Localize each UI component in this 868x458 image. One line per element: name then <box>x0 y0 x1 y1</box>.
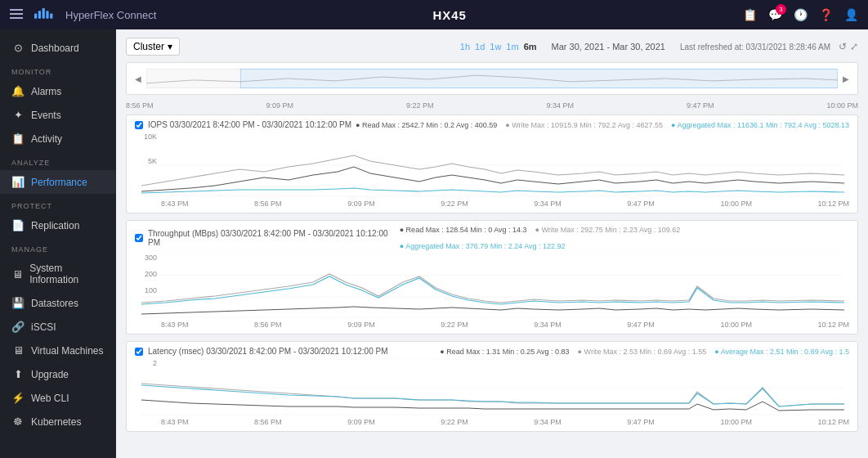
iops-chart-header: IOPS 03/30/2021 8:42:00 PM - 03/30/2021 … <box>135 120 849 129</box>
sidebar-section-manage: MANAGE <box>0 237 116 257</box>
sidebar-section-monitor: MONITOR <box>0 60 116 79</box>
refresh-icons: ↺ ⤢ <box>839 41 858 52</box>
header-actions: 📋 💬 3 🕐 ❓ 👤 <box>743 8 858 21</box>
chevron-down-icon: ▾ <box>168 41 172 52</box>
latency-legend-write: ● Write Max : 2.53 Min : 0.69 Avg : 1.55 <box>578 348 707 356</box>
webcli-icon: ⚡ <box>11 392 25 404</box>
activity-icon: 📋 <box>11 132 25 145</box>
iops-chart-body: 10K 5K <box>135 132 849 198</box>
overview-x-4: 9:34 PM <box>546 101 574 110</box>
upgrade-icon: ⬆ <box>11 368 25 380</box>
expand-icon[interactable]: ⤢ <box>850 41 858 52</box>
sidebar-item-alarms[interactable]: 🔔 Alarms <box>0 79 116 103</box>
sidebar-item-activity[interactable]: 📋 Activity <box>0 127 116 150</box>
filter-1m[interactable]: 1m <box>506 42 518 52</box>
sidebar-item-webcli[interactable]: ⚡ Web CLI <box>0 386 116 410</box>
sidebar-item-performance[interactable]: 📊 Performance <box>0 170 116 194</box>
throughput-chart-body: 300 200 100 <box>135 254 849 319</box>
overview-x-5: 9:47 PM <box>687 101 714 110</box>
sidebar-section-protect: PROTECT <box>0 194 116 213</box>
menu-toggle[interactable] <box>10 7 26 22</box>
cluster-dropdown[interactable]: Cluster ▾ <box>126 38 180 56</box>
sidebar-label-dashboard: Dashboard <box>31 43 79 54</box>
throughput-legend-write: ● Write Max : 292.75 Min : 2.23 Avg : 10… <box>535 226 681 234</box>
iops-svg <box>136 132 849 198</box>
filter-1h[interactable]: 1h <box>460 42 470 52</box>
right-handle[interactable]: ▶ <box>843 74 849 83</box>
svg-rect-5 <box>43 8 45 19</box>
left-handle[interactable]: ◀ <box>135 74 141 83</box>
latency-svg <box>136 359 849 416</box>
app-logo: HyperFlex Connect <box>34 7 156 23</box>
main-content: Cluster ▾ 1h 1d 1w 1m 6m Mar 30, 2021 - … <box>116 29 868 458</box>
sidebar-label-upgrade: Upgrade <box>31 369 69 380</box>
svg-rect-9 <box>240 69 838 88</box>
sidebar-item-kubernetes[interactable]: ☸ Kubernetes <box>0 410 116 433</box>
latency-checkbox[interactable] <box>135 348 143 356</box>
iops-legend: ● Read Max : 2542.7 Min : 0.2 Avg : 400.… <box>356 121 849 129</box>
sidebar-item-events[interactable]: ✦ Events <box>0 103 116 127</box>
docs-icon[interactable]: 📋 <box>743 8 757 21</box>
overview-x-2: 9:09 PM <box>266 101 293 110</box>
throughput-x-labels: 8:43 PM 8:56 PM 9:09 PM 9:22 PM 9:34 PM … <box>161 321 849 329</box>
filter-1d[interactable]: 1d <box>475 42 485 52</box>
sidebar-item-upgrade[interactable]: ⬆ Upgrade <box>0 362 116 386</box>
latency-x-labels: 8:43 PM 8:56 PM 9:09 PM 9:22 PM 9:34 PM … <box>161 418 849 426</box>
svg-rect-3 <box>34 13 37 18</box>
events-icon: ✦ <box>11 109 25 121</box>
sidebar-label-replication: Replication <box>31 220 79 231</box>
sidebar-label-performance: Performance <box>31 177 87 188</box>
svg-rect-4 <box>38 11 41 19</box>
sidebar-item-system[interactable]: 🖥 System Information <box>0 257 116 291</box>
cluster-label: Cluster <box>133 41 164 52</box>
filter-1w[interactable]: 1w <box>490 42 501 52</box>
sidebar-label-iscsi: iSCSI <box>31 321 56 333</box>
sidebar-label-events: Events <box>31 110 61 121</box>
help-icon[interactable]: ❓ <box>819 8 833 21</box>
iops-checkbox[interactable] <box>135 121 143 129</box>
throughput-chart-header: Throughput (MBps) 03/30/2021 8:42:00 PM … <box>135 226 849 250</box>
latency-chart-header: Latency (msec) 03/30/2021 8:42:00 PM - 0… <box>135 347 849 356</box>
sidebar-item-replication[interactable]: 📄 Replication <box>0 213 116 237</box>
throughput-checkbox[interactable] <box>135 234 143 242</box>
vms-icon: 🖥 <box>11 344 25 357</box>
latency-chart-section: Latency (msec) 03/30/2021 8:42:00 PM - 0… <box>126 341 858 432</box>
performance-icon: 📊 <box>11 176 25 188</box>
date-range: Mar 30, 2021 - Mar 30, 2021 <box>552 42 665 52</box>
sidebar-item-iscsi[interactable]: 🔗 iSCSI <box>0 315 116 339</box>
messages-badge: 3 <box>776 4 786 15</box>
latency-legend-avg: ● Average Max : 2.51 Min : 0.69 Avg : 1.… <box>714 348 849 356</box>
latency-legend: ● Read Max : 1.31 Min : 0.25 Avg : 0.83 … <box>440 348 849 356</box>
sidebar-item-vms[interactable]: 🖥 Virtual Machines <box>0 339 116 362</box>
user-icon[interactable]: 👤 <box>844 8 858 21</box>
throughput-y-labels: 300 200 100 <box>135 254 159 303</box>
svg-rect-2 <box>10 17 23 19</box>
svg-rect-7 <box>50 13 52 18</box>
app-header: HyperFlex Connect HX45 📋 💬 3 🕐 ❓ 👤 <box>0 0 868 29</box>
filter-6m[interactable]: 6m <box>524 42 537 52</box>
main-layout: ⊙ Dashboard MONITOR 🔔 Alarms ✦ Events 📋 … <box>0 29 868 458</box>
app-name: HyperFlex Connect <box>65 9 156 21</box>
overview-chart: ◀ ▶ <box>126 62 858 95</box>
iops-legend-write: ● Write Max : 10915.9 Min : 792.2 Avg : … <box>505 121 663 129</box>
sidebar-section-analyze: ANALYZE <box>0 150 116 170</box>
time-filters: 1h 1d 1w 1m 6m <box>460 42 537 52</box>
iscsi-icon: 🔗 <box>11 321 25 333</box>
chart-toolbar: Cluster ▾ 1h 1d 1w 1m 6m Mar 30, 2021 - … <box>126 38 858 56</box>
sidebar-item-datastores[interactable]: 💾 Datastores <box>0 291 116 315</box>
alarms-icon: 🔔 <box>11 85 25 97</box>
clock-icon[interactable]: 🕐 <box>794 8 808 21</box>
iops-title: IOPS 03/30/2021 8:42:00 PM - 03/30/2021 … <box>148 120 351 129</box>
sidebar-item-dashboard[interactable]: ⊙ Dashboard <box>0 36 116 60</box>
refresh-info: Last refreshed at: 03/31/2021 8:28:46 AM <box>680 43 830 52</box>
iops-chart-section: IOPS 03/30/2021 8:42:00 PM - 03/30/2021 … <box>126 114 858 213</box>
latency-title: Latency (msec) 03/30/2021 8:42:00 PM - 0… <box>148 347 388 356</box>
refresh-icon[interactable]: ↺ <box>839 41 847 52</box>
system-icon: 🖥 <box>11 268 23 281</box>
messages-icon[interactable]: 💬 3 <box>768 8 782 21</box>
iops-legend-read: ● Read Max : 2542.7 Min : 0.2 Avg : 400.… <box>356 121 497 129</box>
throughput-chart-section: Throughput (MBps) 03/30/2021 8:42:00 PM … <box>126 220 858 335</box>
overview-x-1: 8:56 PM <box>126 101 154 110</box>
page-title: HX45 <box>156 8 743 22</box>
kubernetes-icon: ☸ <box>11 415 25 428</box>
